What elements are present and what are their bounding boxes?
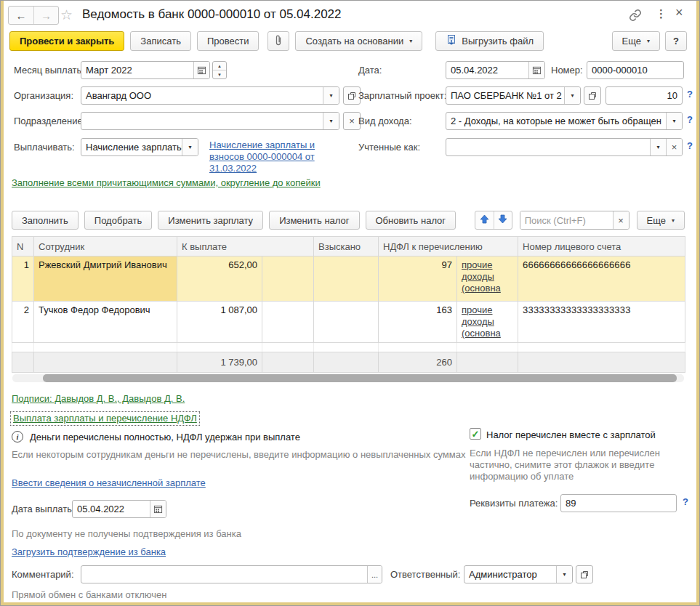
date-field[interactable]: 05.04.2022 xyxy=(446,62,528,78)
table-more-button[interactable]: Еще ▾ xyxy=(637,211,685,230)
open-icon[interactable] xyxy=(576,565,593,583)
chevron-down-icon[interactable]: ▾ xyxy=(182,139,198,155)
salary-payment-link[interactable]: Выплата зарплаты и перечисление НДФЛ xyxy=(13,413,197,424)
employee-cell[interactable]: Ржевский Дмитрий Иванович xyxy=(34,256,177,302)
help-icon[interactable]: ? xyxy=(687,114,693,125)
update-tax-button[interactable]: Обновить налог xyxy=(366,211,456,230)
help-icon[interactable]: ? xyxy=(687,140,693,151)
help-icon[interactable]: ? xyxy=(687,89,693,100)
income-category-link[interactable]: прочие доходы (основна xyxy=(462,304,513,339)
forward-button[interactable]: → xyxy=(33,7,58,24)
move-up-button[interactable] xyxy=(475,211,494,229)
load-confirmation-link[interactable]: Загрузить подтверждение из банка xyxy=(12,546,166,557)
organization-field[interactable]: Авангард ООО xyxy=(81,87,323,104)
spin-up-button[interactable]: ▲ xyxy=(213,62,226,70)
post-button[interactable]: Провести xyxy=(197,31,260,51)
employee-cell[interactable]: Тучков Федор Федорович xyxy=(34,302,177,343)
accrual-document-link[interactable]: Начисление зарплаты и взносов 0000-00000… xyxy=(209,140,315,174)
chevron-down-icon[interactable]: ▾ xyxy=(556,566,572,583)
accounted-as-field[interactable] xyxy=(446,139,650,155)
tax-transferred-label[interactable]: Налог перечислен вместе с зарплатой xyxy=(486,429,656,440)
project-number-field[interactable]: 10 xyxy=(606,87,682,104)
post-and-close-button[interactable]: Провести и закрыть xyxy=(9,31,124,51)
clear-icon[interactable]: × xyxy=(613,211,629,229)
chevron-down-icon[interactable]: ▾ xyxy=(323,87,339,104)
table-totals-row: 1 739,00 260 xyxy=(12,352,685,373)
pick-button[interactable]: Подобрать xyxy=(84,211,152,230)
table-row[interactable]: 1 Ржевский Дмитрий Иванович 652,00 97 пр… xyxy=(12,256,685,302)
ndfl-hint-text: Если НДФЛ не перечислен или перечислен ч… xyxy=(470,448,679,482)
favorite-star-icon[interactable]: ☆ xyxy=(60,7,73,23)
comment-label: Комментарий: xyxy=(12,569,74,580)
pay-field[interactable]: Начисление зарплаты xyxy=(81,139,182,155)
month-field[interactable]: Март 2022 xyxy=(81,62,193,78)
income-kind-field[interactable]: 2 - Доходы, на которые не может быть обр… xyxy=(446,113,666,129)
spin-down-button[interactable]: ▼ xyxy=(213,70,226,78)
col-account[interactable]: Номер лицевого счета xyxy=(518,237,685,256)
chevron-down-icon[interactable]: ▾ xyxy=(323,113,339,129)
col-payout[interactable]: К выплате xyxy=(177,237,314,256)
clear-icon[interactable]: × xyxy=(666,139,682,155)
write-button[interactable]: Записать xyxy=(130,31,191,51)
pay-date-label: Дата выплаты: xyxy=(12,504,76,514)
help-icon[interactable]: ? xyxy=(683,496,688,507)
col-employee[interactable]: Сотрудник xyxy=(34,237,177,256)
horizontal-scrollbar[interactable] xyxy=(12,374,684,382)
chevron-down-icon: ▾ xyxy=(672,217,675,224)
close-icon[interactable]: × xyxy=(675,5,683,20)
get-link-icon[interactable] xyxy=(629,9,642,24)
chevron-down-icon[interactable]: ▾ xyxy=(564,87,580,104)
nav-button-group: ← → xyxy=(8,6,59,25)
forward-arrow-icon: → xyxy=(41,9,52,22)
chevron-down-icon[interactable]: ▾ xyxy=(650,139,666,155)
signatures-link[interactable]: Подписи: Давыдов Д. В., Давыдов Д. В. xyxy=(12,393,185,404)
info-icon: i xyxy=(12,431,23,443)
payment-requisites-field[interactable]: 89 xyxy=(561,495,676,512)
ndfl-total: 260 xyxy=(379,352,457,373)
help-button[interactable]: ? xyxy=(665,31,687,51)
create-based-on-button[interactable]: Создать на основании ▾ xyxy=(295,31,422,51)
chevron-down-icon[interactable]: ▾ xyxy=(666,113,682,129)
chevron-down-icon: ▾ xyxy=(647,38,650,44)
fill-button[interactable]: Заполнить xyxy=(12,211,79,230)
search-input[interactable] xyxy=(520,211,613,229)
account-cell[interactable]: 33333333333333333333 xyxy=(518,302,685,343)
income-category-link[interactable]: прочие доходы (основна xyxy=(462,259,513,294)
account-cell[interactable]: 66666666666666666666 xyxy=(518,256,685,302)
enter-unpaid-info-link[interactable]: Ввести сведения о незачисленной зарплате xyxy=(12,477,206,488)
move-down-button[interactable] xyxy=(494,211,512,229)
col-collected[interactable]: Взыскано xyxy=(314,237,379,256)
scrollbar-thumb[interactable] xyxy=(43,374,677,382)
page-title: Ведомость в банк 0000-000010 от 05.04.20… xyxy=(82,7,342,22)
change-salary-button[interactable]: Изменить зарплату xyxy=(158,211,263,230)
calendar-icon[interactable] xyxy=(150,501,166,517)
responsible-field[interactable]: Администратор xyxy=(464,566,556,583)
number-field[interactable]: 0000-000010 xyxy=(587,62,683,78)
comment-field[interactable] xyxy=(81,566,367,583)
document-window: ← → ☆ Ведомость в банк 0000-000010 от 05… xyxy=(0,0,700,606)
no-confirmation-text: По документу не получены подтверждения и… xyxy=(12,528,241,540)
department-field[interactable] xyxy=(81,113,323,129)
main-toolbar: Провести и закрыть Записать Провести Соз… xyxy=(9,31,687,51)
table-row[interactable]: 2 Тучков Федор Федорович 1 087,00 163 пр… xyxy=(12,302,685,343)
col-ndfl[interactable]: НДФЛ к перечислению xyxy=(379,237,518,256)
change-tax-button[interactable]: Изменить налог xyxy=(269,211,359,230)
calendar-icon[interactable] xyxy=(528,62,544,78)
back-arrow-icon: ← xyxy=(16,9,27,22)
back-button[interactable]: ← xyxy=(9,7,33,24)
fill-amounts-link[interactable]: Заполнение всеми причитающимися суммами,… xyxy=(12,177,321,188)
calendar-icon[interactable] xyxy=(193,62,209,78)
table-toolbar: Заполнить Подобрать Изменить зарплату Из… xyxy=(12,211,685,230)
pay-date-field[interactable]: 05.04.2022 xyxy=(73,501,150,517)
open-icon[interactable] xyxy=(584,86,601,105)
menu-dots-icon[interactable]: ⋮ xyxy=(656,7,667,20)
comment-more-button[interactable]: ... xyxy=(367,566,382,583)
arrow-down-icon xyxy=(498,214,507,226)
salary-project-field[interactable]: ПАО СБЕРБАНК №1 от 2 xyxy=(446,87,564,104)
tax-transferred-checkbox[interactable]: ✓ xyxy=(470,428,481,440)
payment-requisites-label: Реквизиты платежа: xyxy=(470,498,558,509)
export-file-button[interactable]: Выгрузить файл xyxy=(435,31,544,51)
more-button[interactable]: Еще ▾ xyxy=(612,31,660,51)
col-n[interactable]: N xyxy=(12,237,34,256)
attachments-button[interactable] xyxy=(267,31,289,51)
